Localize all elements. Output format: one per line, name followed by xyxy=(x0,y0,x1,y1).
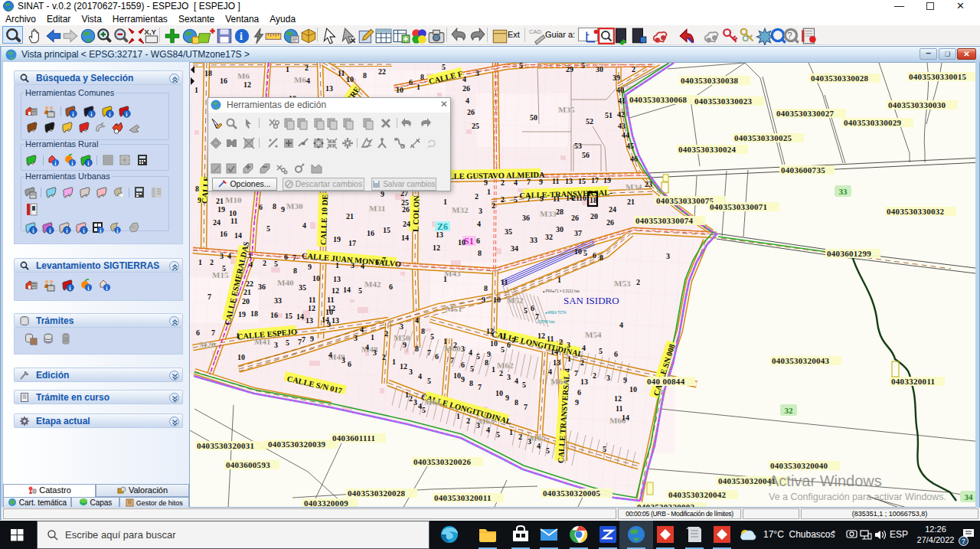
svg-text:9: 9 xyxy=(505,394,509,402)
svg-text:2: 2 xyxy=(559,338,563,346)
svg-text:7: 7 xyxy=(207,292,211,301)
svg-text:6: 6 xyxy=(476,237,480,245)
svg-text:8: 8 xyxy=(484,284,488,292)
svg-text:13: 13 xyxy=(325,84,333,93)
svg-text:0403600593: 0403600593 xyxy=(226,460,270,469)
svg-text:8: 8 xyxy=(415,345,419,353)
svg-text:M6: M6 xyxy=(294,75,306,84)
svg-text:1: 1 xyxy=(443,275,447,283)
svg-text:10: 10 xyxy=(312,274,320,283)
svg-text:32: 32 xyxy=(785,406,794,415)
svg-text:M41: M41 xyxy=(254,337,270,346)
svg-text:5: 5 xyxy=(496,430,500,439)
svg-text:6: 6 xyxy=(614,350,618,358)
svg-text:46: 46 xyxy=(630,155,638,163)
svg-text:8: 8 xyxy=(599,253,603,262)
svg-text:3: 3 xyxy=(413,398,417,407)
svg-text:1: 1 xyxy=(248,251,252,260)
svg-text:6: 6 xyxy=(593,251,596,260)
svg-text:M42: M42 xyxy=(364,279,381,289)
svg-text:4: 4 xyxy=(619,321,623,329)
svg-text:7: 7 xyxy=(427,348,431,357)
svg-text:7: 7 xyxy=(511,336,515,345)
svg-text:0403530330025: 0403530330025 xyxy=(734,133,792,142)
svg-text:14: 14 xyxy=(401,234,409,242)
svg-text:5: 5 xyxy=(430,332,434,341)
svg-text:11: 11 xyxy=(230,217,237,225)
svg-text:33: 33 xyxy=(530,236,537,244)
svg-text:10: 10 xyxy=(346,75,354,83)
svg-text:14: 14 xyxy=(296,312,304,321)
svg-text:7: 7 xyxy=(450,356,454,364)
svg-text:33: 33 xyxy=(274,296,282,305)
svg-text:9: 9 xyxy=(539,178,543,186)
svg-text:3: 3 xyxy=(220,252,224,260)
svg-text:0403530330068: 0403530330068 xyxy=(629,95,688,104)
svg-text:13: 13 xyxy=(305,316,313,325)
svg-text:5: 5 xyxy=(470,364,474,373)
svg-text:10: 10 xyxy=(453,371,461,380)
svg-text:1: 1 xyxy=(194,86,198,94)
svg-text:12: 12 xyxy=(614,394,622,403)
svg-text:17: 17 xyxy=(348,239,356,247)
svg-text:0403530330030: 0403530330030 xyxy=(888,100,946,109)
svg-text:11: 11 xyxy=(501,278,508,286)
svg-text:21: 21 xyxy=(346,212,354,221)
svg-text:4: 4 xyxy=(249,260,253,269)
svg-text:14: 14 xyxy=(343,286,351,294)
svg-text:9: 9 xyxy=(482,296,485,304)
svg-text:10: 10 xyxy=(237,353,245,361)
svg-text:26: 26 xyxy=(467,108,475,116)
svg-text:42: 42 xyxy=(617,110,625,119)
svg-text:1: 1 xyxy=(443,337,447,345)
svg-text:14: 14 xyxy=(234,231,242,240)
svg-text:4: 4 xyxy=(477,220,481,228)
svg-text:3: 3 xyxy=(351,261,354,270)
svg-text:25: 25 xyxy=(472,122,479,130)
svg-text:6: 6 xyxy=(435,352,439,361)
svg-text:2: 2 xyxy=(580,358,584,367)
svg-text:M10: M10 xyxy=(225,195,242,204)
svg-text:10: 10 xyxy=(458,238,466,247)
svg-text:M31: M31 xyxy=(369,204,385,213)
svg-text:13: 13 xyxy=(332,316,339,325)
svg-text:6: 6 xyxy=(375,258,379,266)
svg-text:2: 2 xyxy=(636,278,640,286)
svg-text:11: 11 xyxy=(616,404,622,413)
svg-text:M32: M32 xyxy=(452,205,469,214)
svg-text:0403530330071: 0403530330071 xyxy=(710,202,767,211)
svg-text:0403530320040: 0403530320040 xyxy=(770,461,828,470)
svg-text:5: 5 xyxy=(524,306,528,315)
svg-text:16: 16 xyxy=(220,77,227,85)
svg-text:0403530330032: 0403530330032 xyxy=(887,207,945,216)
svg-text:0403530320028: 0403530320028 xyxy=(348,489,406,498)
svg-text:10: 10 xyxy=(495,389,503,397)
svg-text:53: 53 xyxy=(574,142,582,150)
svg-text:4: 4 xyxy=(360,325,364,334)
svg-text:2: 2 xyxy=(466,417,470,425)
svg-text:20: 20 xyxy=(590,212,598,221)
svg-text:0403530320026: 0403530320026 xyxy=(413,457,472,466)
svg-text:18: 18 xyxy=(250,309,258,318)
svg-text:7: 7 xyxy=(524,403,528,411)
svg-text:3: 3 xyxy=(475,69,479,77)
svg-text:8: 8 xyxy=(485,358,488,367)
svg-text:X,Y: X,Y xyxy=(144,28,156,36)
svg-text:16: 16 xyxy=(220,230,227,238)
svg-text:0403600735: 0403600735 xyxy=(781,165,825,175)
svg-text:10: 10 xyxy=(490,339,498,348)
svg-text:6: 6 xyxy=(409,78,413,87)
svg-text:0403530330038: 0403530330038 xyxy=(681,76,739,85)
svg-text:0,5786 has.: 0,5786 has. xyxy=(537,320,556,324)
svg-text:15: 15 xyxy=(383,226,390,234)
svg-text:0403530330027: 0403530330027 xyxy=(776,109,835,118)
svg-text:9: 9 xyxy=(487,350,491,358)
svg-text:4: 4 xyxy=(418,372,422,381)
svg-text:3: 3 xyxy=(409,368,413,376)
svg-text:8: 8 xyxy=(514,398,518,407)
svg-text:5: 5 xyxy=(286,338,289,347)
svg-text:M54: M54 xyxy=(585,330,602,339)
svg-text:M40: M40 xyxy=(277,278,294,287)
svg-text:8: 8 xyxy=(469,379,473,387)
svg-text:19: 19 xyxy=(217,205,225,214)
